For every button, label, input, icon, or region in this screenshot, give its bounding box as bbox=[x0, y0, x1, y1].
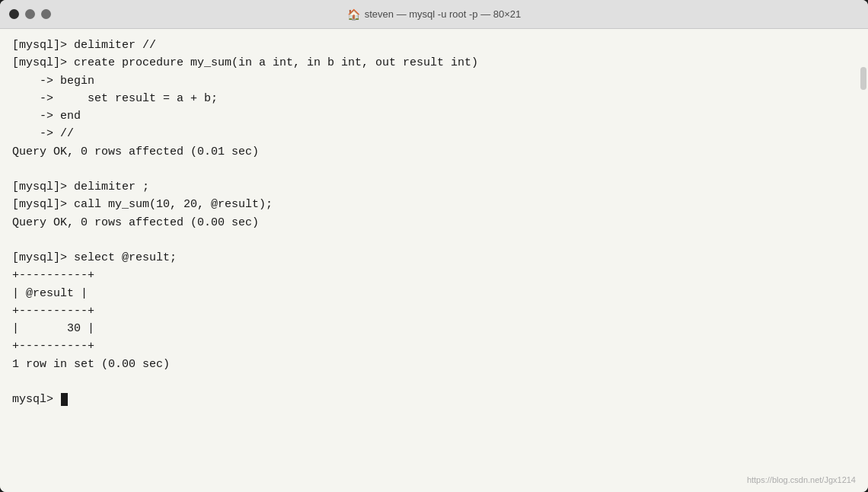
maximize-button[interactable] bbox=[41, 9, 51, 19]
scrollbar[interactable] bbox=[860, 67, 866, 90]
titlebar: 🏠 steven — mysql -u root -p — 80×21 bbox=[0, 0, 868, 29]
window-controls bbox=[9, 9, 51, 19]
terminal-cursor bbox=[61, 393, 68, 406]
close-button[interactable] bbox=[9, 9, 19, 19]
terminal-body[interactable]: [mysql]> delimiter // [mysql]> create pr… bbox=[0, 29, 868, 492]
watermark: https://blog.csdn.net/Jgx1214 bbox=[747, 475, 856, 484]
house-icon: 🏠 bbox=[347, 8, 360, 21]
minimize-button[interactable] bbox=[25, 9, 35, 19]
title-text: steven — mysql -u root -p — 80×21 bbox=[365, 8, 522, 20]
terminal-window: 🏠 steven — mysql -u root -p — 80×21 [mys… bbox=[0, 0, 868, 492]
terminal-output: [mysql]> delimiter // [mysql]> create pr… bbox=[12, 37, 856, 408]
window-title: 🏠 steven — mysql -u root -p — 80×21 bbox=[347, 8, 522, 21]
